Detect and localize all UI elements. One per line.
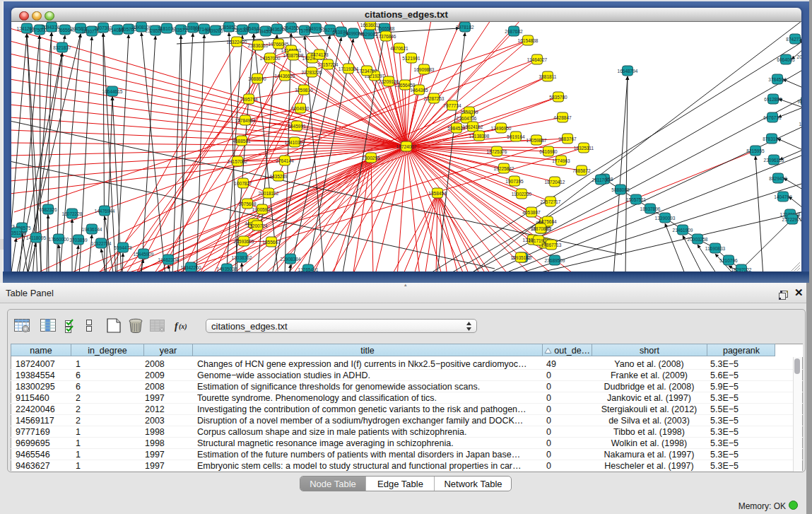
svg-text:8004930: 8004930 [291, 106, 310, 111]
svg-text:21604736: 21604736 [457, 116, 477, 121]
svg-text:18724007: 18724007 [396, 144, 417, 149]
svg-text:5984527: 5984527 [447, 126, 466, 131]
svg-text:22283226: 22283226 [302, 70, 322, 75]
svg-text:16072228: 16072228 [62, 211, 83, 216]
svg-text:4435289: 4435289 [269, 174, 288, 179]
svg-text:10342260: 10342260 [181, 265, 201, 270]
svg-text:12935182: 12935182 [511, 255, 531, 260]
svg-text:1907395: 1907395 [505, 179, 524, 184]
svg-text:1774963: 1774963 [552, 158, 570, 163]
svg-text:6076731: 6076731 [763, 115, 782, 120]
svg-text:9883767: 9883767 [558, 136, 577, 141]
svg-text:17867713: 17867713 [541, 243, 562, 247]
svg-text:13390093: 13390093 [655, 216, 676, 221]
svg-text:21157062: 21157062 [228, 159, 248, 164]
svg-text:14935038: 14935038 [217, 267, 237, 271]
svg-text:14351230: 14351230 [11, 230, 27, 235]
svg-text:3784504: 3784504 [768, 77, 787, 82]
svg-text:17059887: 17059887 [526, 138, 547, 143]
svg-text:14476944: 14476944 [95, 209, 115, 214]
svg-text:8742735: 8742735 [786, 37, 801, 42]
svg-text:18937896: 18937896 [640, 206, 661, 211]
svg-text:18325311: 18325311 [574, 146, 594, 151]
svg-text:6064065: 6064065 [777, 57, 795, 62]
svg-text:17234797: 17234797 [357, 69, 377, 74]
svg-text:13038362: 13038362 [232, 255, 252, 260]
svg-text:(x): (x) [179, 322, 187, 331]
svg-text:19766045: 19766045 [269, 42, 289, 47]
svg-text:2300295: 2300295 [362, 156, 380, 160]
svg-text:10322734: 10322734 [91, 241, 112, 246]
svg-text:22572717: 22572717 [541, 199, 561, 204]
svg-text:20767704: 20767704 [797, 54, 801, 59]
svg-text:13200724: 13200724 [247, 223, 268, 228]
svg-text:2764144: 2764144 [276, 158, 294, 163]
svg-text:14387508: 14387508 [283, 53, 304, 58]
svg-text:21593605: 21593605 [234, 239, 254, 244]
svg-text:3088690: 3088690 [248, 76, 266, 81]
svg-text:21209136: 21209136 [379, 79, 399, 84]
svg-text:2811700: 2811700 [592, 177, 610, 182]
svg-text:2978182: 2978182 [456, 25, 474, 30]
svg-text:4474128: 4474128 [310, 52, 329, 57]
svg-text:16636011: 16636011 [360, 23, 381, 28]
svg-text:6582326: 6582326 [39, 207, 57, 212]
svg-text:19005935: 19005935 [252, 207, 273, 212]
svg-text:21722973: 21722973 [782, 217, 801, 222]
svg-text:12496950: 12496950 [491, 126, 512, 131]
svg-text:5210796: 5210796 [719, 258, 738, 263]
svg-text:3881811: 3881811 [539, 74, 557, 79]
svg-text:5835780: 5835780 [549, 95, 567, 100]
svg-text:1007827: 1007827 [234, 181, 252, 186]
svg-text:20003258: 20003258 [688, 237, 708, 242]
svg-text:13624162: 13624162 [463, 124, 483, 129]
svg-text:6912885: 6912885 [764, 97, 782, 102]
svg-text:3259810: 3259810 [295, 88, 313, 93]
svg-text:16154838: 16154838 [518, 38, 539, 43]
svg-text:7977734: 7977734 [443, 103, 461, 108]
svg-text:9816313: 9816313 [797, 99, 801, 104]
svg-text:15057511: 15057511 [626, 197, 647, 202]
svg-text:14436625: 14436625 [275, 74, 295, 78]
svg-text:16322420: 16322420 [227, 40, 247, 45]
svg-text:8783180: 8783180 [763, 136, 781, 141]
svg-text:16909883: 16909883 [414, 67, 435, 72]
svg-text:5888088: 5888088 [611, 187, 630, 192]
svg-text:19225842: 19225842 [494, 166, 514, 171]
svg-text:13765491: 13765491 [298, 267, 319, 272]
svg-text:17376846: 17376846 [376, 34, 396, 39]
svg-text:3703859: 3703859 [69, 238, 88, 243]
svg-text:16648794: 16648794 [618, 69, 638, 74]
svg-text:10644615: 10644615 [102, 89, 123, 94]
svg-text:11002230: 11002230 [512, 192, 532, 197]
svg-text:13138398: 13138398 [469, 134, 490, 139]
svg-text:8475684: 8475684 [539, 219, 557, 224]
svg-text:23836310: 23836310 [248, 43, 269, 48]
svg-text:8829459: 8829459 [769, 176, 787, 181]
svg-text:18725376: 18725376 [487, 149, 507, 154]
svg-text:1404769: 1404769 [774, 194, 792, 199]
svg-text:20018102: 20018102 [259, 191, 279, 196]
svg-text:8321837: 8321837 [53, 45, 71, 50]
svg-text:11690833: 11690833 [705, 246, 726, 251]
svg-text:17157224: 17157224 [318, 62, 339, 67]
svg-text:17119384: 17119384 [339, 66, 359, 71]
svg-text:19436144: 19436144 [82, 227, 102, 232]
svg-text:6075608: 6075608 [238, 201, 257, 206]
svg-text:14118095: 14118095 [26, 235, 47, 240]
svg-text:6416980: 6416980 [539, 149, 558, 154]
svg-text:4053807: 4053807 [522, 210, 541, 215]
svg-text:15445909: 15445909 [134, 252, 154, 257]
svg-text:7395794: 7395794 [240, 97, 258, 102]
svg-text:10460025: 10460025 [799, 122, 801, 127]
svg-text:17660000: 17660000 [49, 237, 69, 242]
svg-text:6445991: 6445991 [288, 124, 306, 129]
svg-text:21461909: 21461909 [673, 228, 693, 233]
svg-text:4688581: 4688581 [233, 139, 251, 144]
svg-text:5919164: 5919164 [507, 134, 525, 139]
svg-text:18297022: 18297022 [731, 267, 752, 272]
svg-text:8215955: 8215955 [746, 148, 765, 153]
svg-text:22287253: 22287253 [424, 96, 445, 101]
svg-text:23096153: 23096153 [764, 158, 784, 163]
svg-text:5121901: 5121901 [402, 56, 420, 61]
